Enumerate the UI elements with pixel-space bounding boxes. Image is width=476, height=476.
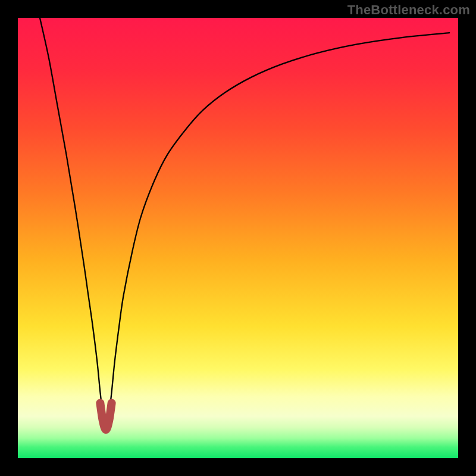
bottleneck-chart: [18, 18, 458, 458]
plot-area: [18, 18, 458, 458]
outer-frame: TheBottleneck.com: [0, 0, 476, 476]
attribution-text: TheBottleneck.com: [347, 2, 470, 18]
